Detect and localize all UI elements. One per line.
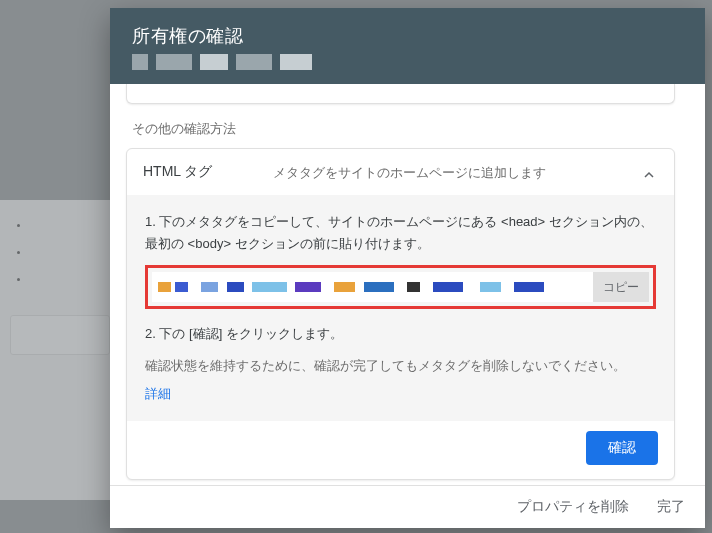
scroll-area[interactable]: その他の確認方法 HTML タグ メタタグをサイトのホームページに追加します 1…: [110, 84, 689, 485]
html-tag-card: HTML タグ メタタグをサイトのホームページに追加します 1. 下のメタタグを…: [126, 148, 675, 480]
modal-header: 所有権の確認: [110, 8, 705, 84]
done-label: 完了: [657, 498, 685, 514]
modal-body: その他の確認方法 HTML タグ メタタグをサイトのホームページに追加します 1…: [110, 84, 705, 485]
other-methods-heading: その他の確認方法: [132, 120, 689, 138]
verify-button[interactable]: 確認: [586, 431, 658, 465]
previous-card-bottom: [126, 84, 675, 104]
verify-ownership-modal: 所有権の確認 その他の確認方法 HTML タグ メタタグをサイトのホームページに…: [110, 8, 705, 528]
modal-footer: プロパティを削除 完了: [110, 485, 705, 528]
remove-property-label: プロパティを削除: [517, 498, 629, 514]
remove-property-button[interactable]: プロパティを削除: [517, 498, 629, 516]
method-name: HTML タグ: [143, 163, 253, 181]
modal-subtitle-redacted: [132, 54, 332, 70]
meta-tag-code-field[interactable]: [152, 272, 593, 302]
html-tag-card-header[interactable]: HTML タグ メタタグをサイトのホームページに追加します: [127, 149, 674, 195]
copy-button[interactable]: コピー: [593, 272, 649, 302]
copy-button-label: コピー: [603, 279, 639, 296]
method-desc: メタタグをサイトのホームページに追加します: [273, 163, 618, 183]
chevron-up-icon[interactable]: [638, 163, 660, 183]
html-tag-card-body: 1. 下のメタタグをコピーして、サイトのホームページにある <head> セクシ…: [127, 195, 674, 421]
meta-tag-redacted: [158, 282, 587, 292]
meta-tag-highlight-box: コピー: [145, 265, 656, 309]
card-actions: 確認: [127, 421, 674, 479]
step-1-text: 1. 下のメタタグをコピーして、サイトのホームページにある <head> セクシ…: [145, 211, 656, 255]
details-link[interactable]: 詳細: [145, 386, 171, 401]
keep-tag-note: 確認状態を維持するために、確認が完了してもメタタグを削除しないでください。: [145, 355, 656, 377]
bg-left-panel: [0, 200, 120, 500]
done-button[interactable]: 完了: [657, 498, 685, 516]
verify-button-label: 確認: [608, 439, 636, 455]
modal-title: 所有権の確認: [132, 24, 683, 48]
step-2-text: 2. 下の [確認] をクリックします。: [145, 323, 656, 345]
